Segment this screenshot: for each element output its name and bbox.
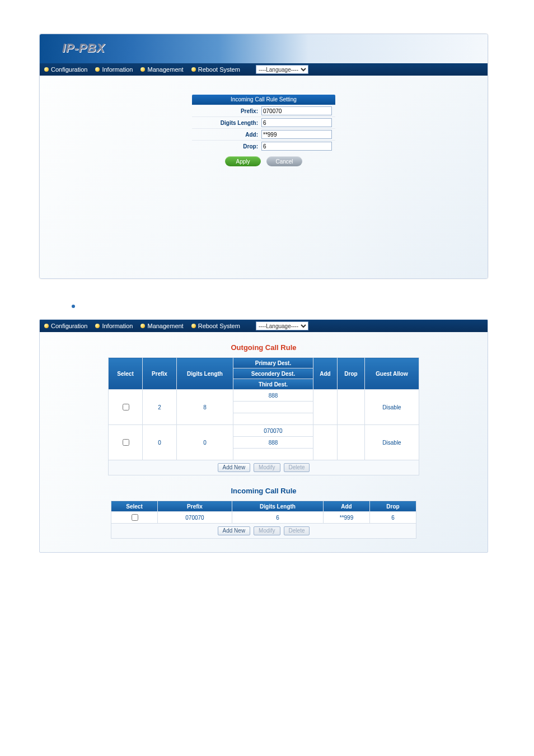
nav-label: Management [147, 66, 183, 73]
cell-dest: 888 [233, 437, 313, 449]
apply-button[interactable]: Apply [225, 156, 261, 166]
nav-reboot-system[interactable]: Reboot System [191, 66, 240, 73]
label-drop: Drop: [192, 143, 261, 150]
outgoing-table: Select Prefix Digits Length Primary Dest… [108, 357, 419, 475]
th-primary-dest: Primary Dest. [233, 358, 313, 368]
label-add: Add: [192, 132, 261, 138]
input-digits-length[interactable] [261, 118, 332, 127]
nav-label: Reboot System [198, 66, 240, 73]
table-row: 2 8 888 Disable [109, 390, 419, 402]
modify-button[interactable]: Modify [254, 463, 280, 472]
th-select: Select [109, 358, 143, 390]
incoming-rule-form: Incoming Call Rule Setting Prefix: Digit… [192, 95, 335, 278]
cell-dest [233, 449, 313, 460]
input-prefix[interactable] [261, 106, 332, 115]
th-select: Select [111, 501, 158, 512]
table-row: 070070 6 **999 6 [111, 512, 416, 524]
delete-button[interactable]: Delete [284, 463, 310, 472]
input-add[interactable] [261, 130, 332, 139]
th-guest-allow: Guest Allow [365, 358, 419, 390]
th-add: Add [324, 501, 370, 512]
bullet-icon [140, 67, 145, 72]
cell-drop [338, 390, 365, 425]
incoming-title: Incoming Call Rule [40, 487, 488, 495]
th-drop: Drop [370, 501, 416, 512]
nav-management[interactable]: Management [140, 323, 183, 329]
bullet-icon [95, 67, 100, 72]
cell-guest: Disable [365, 425, 419, 460]
nav-configuration[interactable]: Configuration [44, 323, 87, 329]
th-secondary-dest: Secondery Dest. [233, 368, 313, 379]
cell-dest: 888 [233, 390, 313, 402]
nav-label: Information [102, 66, 133, 73]
bullet-icon [72, 305, 75, 308]
bullet-icon [44, 324, 49, 328]
cell-drop: 6 [370, 512, 416, 524]
cell-drop [338, 425, 365, 460]
nav-label: Reboot System [198, 323, 240, 329]
cancel-button[interactable]: Cancel [266, 156, 302, 166]
cell-prefix: 0 [143, 425, 177, 460]
bullet-icon [95, 324, 100, 328]
add-new-button[interactable]: Add New [218, 463, 251, 472]
language-select[interactable]: ----Language---- [256, 65, 308, 74]
navbar: Configuration Information Management Reb… [40, 63, 488, 76]
nav-label: Management [147, 323, 183, 329]
nav-information[interactable]: Information [95, 323, 133, 329]
table-row: 0 0 070070 Disable [109, 425, 419, 437]
cell-digits-length: 6 [232, 512, 324, 524]
label-prefix: Prefix: [192, 108, 261, 114]
cell-guest: Disable [365, 390, 419, 425]
cell-prefix: 2 [143, 390, 177, 425]
nav-reboot-system[interactable]: Reboot System [191, 323, 240, 329]
form-header: Incoming Call Rule Setting [192, 95, 335, 105]
outgoing-title: Outgoing Call Rule [40, 343, 488, 352]
navbar-2: Configuration Information Management Reb… [40, 320, 488, 332]
nav-configuration[interactable]: Configuration [44, 66, 87, 73]
th-digits-length: Digits Length [177, 358, 233, 390]
th-add: Add [313, 358, 338, 390]
nav-label: Configuration [51, 323, 87, 329]
cell-dest: 070070 [233, 425, 313, 437]
incoming-table: Select Prefix Digits Length Add Drop 070… [111, 501, 416, 539]
th-prefix: Prefix [158, 501, 232, 512]
nav-management[interactable]: Management [140, 66, 183, 73]
cell-dest [233, 402, 313, 413]
bullet-icon [191, 324, 196, 328]
bullet-icon [44, 67, 49, 72]
delete-button[interactable]: Delete [284, 526, 310, 535]
bullet-icon [140, 324, 145, 328]
ip-pbx-panel: IP-PBX Configuration Information Managem… [39, 34, 488, 279]
nav-information[interactable]: Information [95, 66, 133, 73]
nav-label: Information [102, 323, 133, 329]
label-digits-length: Digits Length: [192, 120, 261, 126]
add-new-button[interactable]: Add New [218, 526, 251, 535]
language-select-2[interactable]: ----Language---- [256, 321, 308, 330]
cell-digits-length: 8 [177, 390, 233, 425]
input-drop[interactable] [261, 142, 332, 151]
row-checkbox[interactable] [132, 514, 138, 521]
nav-label: Configuration [51, 66, 87, 73]
th-prefix: Prefix [143, 358, 177, 390]
cell-add [313, 390, 338, 425]
cell-add [313, 425, 338, 460]
row-checkbox[interactable] [123, 439, 129, 446]
banner-title: IP-PBX [62, 41, 105, 55]
cell-dest [233, 413, 313, 425]
th-digits-length: Digits Length [232, 501, 324, 512]
content-area: Incoming Call Rule Setting Prefix: Digit… [40, 76, 488, 278]
cell-digits-length: 0 [177, 425, 233, 460]
banner: IP-PBX [40, 34, 488, 63]
bullet-separator [72, 302, 506, 309]
th-drop: Drop [338, 358, 365, 390]
cell-prefix: 070070 [158, 512, 232, 524]
th-third-dest: Third Dest. [233, 379, 313, 390]
call-rule-panel: Configuration Information Management Reb… [39, 319, 488, 553]
modify-button[interactable]: Modify [254, 526, 280, 535]
bullet-icon [191, 67, 196, 72]
row-checkbox[interactable] [123, 404, 129, 410]
cell-add: **999 [324, 512, 370, 524]
